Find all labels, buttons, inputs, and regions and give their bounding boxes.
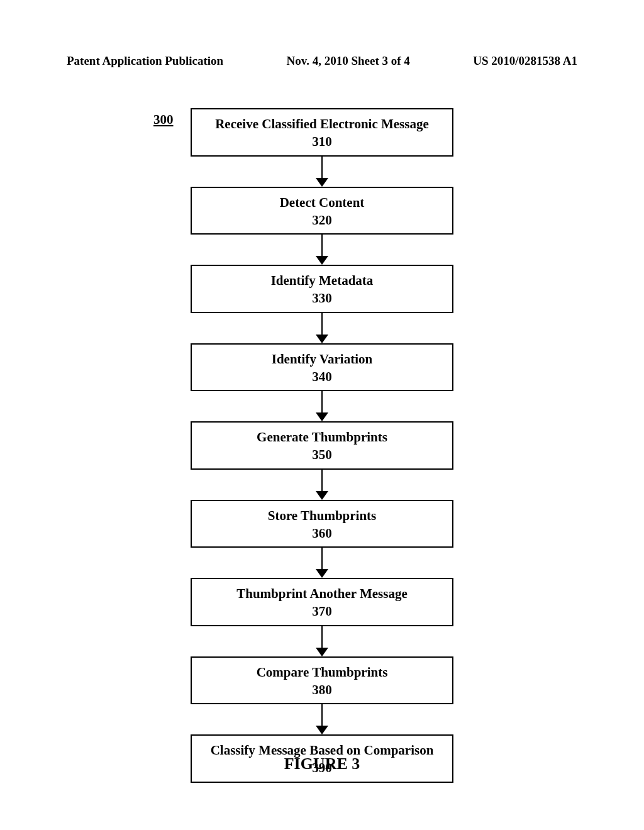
arrow-down-icon bbox=[316, 704, 328, 734]
step-number: 380 bbox=[312, 682, 332, 698]
step-title: Receive Classified Electronic Message bbox=[215, 116, 429, 132]
page-header: Patent Application Publication Nov. 4, 2… bbox=[67, 54, 577, 68]
flowchart: Receive Classified Electronic Message 31… bbox=[0, 108, 644, 783]
step-title: Identify Variation bbox=[272, 351, 372, 367]
arrow-down-icon bbox=[316, 548, 328, 578]
header-center: Nov. 4, 2010 Sheet 3 of 4 bbox=[287, 54, 410, 68]
arrow-down-icon bbox=[316, 391, 328, 421]
step-330: Identify Metadata 330 bbox=[191, 265, 453, 313]
step-320: Detect Content 320 bbox=[191, 187, 453, 235]
page: Patent Application Publication Nov. 4, 2… bbox=[0, 0, 644, 830]
step-title: Identify Metadata bbox=[271, 272, 374, 289]
arrow-down-icon bbox=[316, 235, 328, 265]
step-title: Store Thumbprints bbox=[268, 507, 377, 524]
step-350: Generate Thumbprints 350 bbox=[191, 421, 453, 470]
step-number: 320 bbox=[312, 212, 332, 228]
step-number: 370 bbox=[312, 603, 332, 619]
header-left: Patent Application Publication bbox=[67, 54, 223, 68]
figure-caption: FIGURE 3 bbox=[0, 755, 644, 773]
step-number: 360 bbox=[312, 525, 332, 541]
step-number: 310 bbox=[312, 133, 332, 150]
arrow-down-icon bbox=[316, 626, 328, 656]
step-number: 350 bbox=[312, 446, 332, 463]
step-title: Generate Thumbprints bbox=[257, 429, 387, 445]
arrow-down-icon bbox=[316, 157, 328, 187]
step-number: 330 bbox=[312, 290, 332, 306]
arrow-down-icon bbox=[316, 313, 328, 343]
step-360: Store Thumbprints 360 bbox=[191, 500, 453, 548]
step-title: Thumbprint Another Message bbox=[236, 585, 407, 602]
arrow-down-icon bbox=[316, 470, 328, 500]
step-380: Compare Thumbprints 380 bbox=[191, 656, 453, 705]
step-310: Receive Classified Electronic Message 31… bbox=[191, 108, 453, 157]
step-number: 340 bbox=[312, 368, 332, 385]
header-right: US 2010/0281538 A1 bbox=[473, 54, 577, 68]
step-340: Identify Variation 340 bbox=[191, 343, 453, 392]
step-title: Compare Thumbprints bbox=[257, 664, 388, 680]
step-title: Detect Content bbox=[280, 194, 365, 211]
step-370: Thumbprint Another Message 370 bbox=[191, 578, 453, 626]
